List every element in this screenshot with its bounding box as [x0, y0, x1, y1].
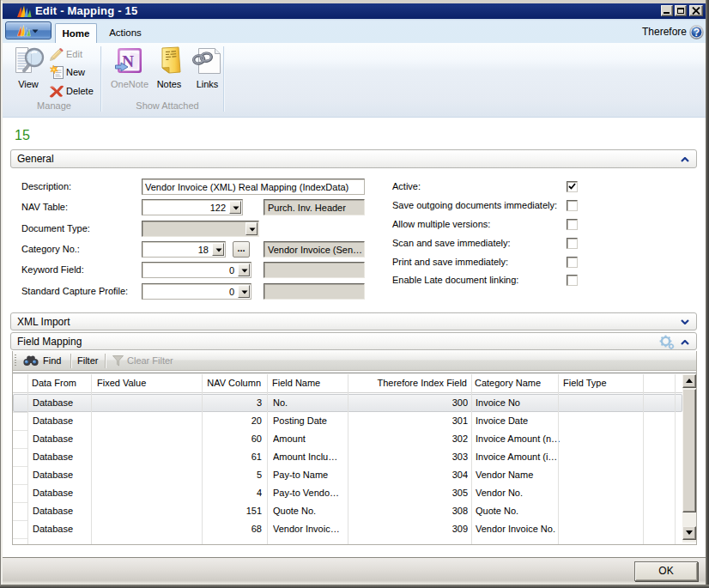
svg-text:?: ? — [694, 27, 700, 39]
